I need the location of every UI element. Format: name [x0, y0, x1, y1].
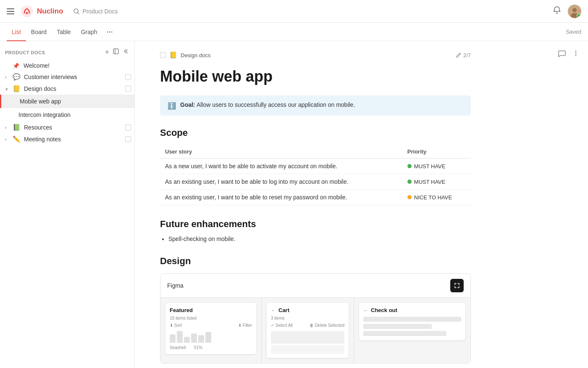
sidebar: PRODUCT DOCS + 📌 [0, 41, 135, 368]
chevron-icon: › [5, 125, 11, 130]
doc-actions [558, 50, 580, 60]
sidebar-header-actions: + [105, 48, 129, 57]
expand-sidebar-button[interactable] [113, 48, 119, 57]
item-checkbox[interactable] [125, 136, 131, 142]
figma-frame-checkout: ← Check out [354, 298, 470, 363]
avatar[interactable] [568, 5, 581, 18]
collapse-sidebar-button[interactable] [123, 48, 129, 57]
sidebar-item-customer-interviews[interactable]: › 💬 Customer interviews [0, 71, 134, 83]
content-wrapper: 📒 Design docs 2/7 Mobile web app ℹ️ [135, 41, 588, 368]
figma-header: Figma [160, 274, 470, 298]
more-options-icon[interactable] [572, 50, 580, 60]
bar-5 [198, 335, 204, 343]
bar-4 [191, 334, 197, 343]
priority-label: NICE TO HAVE [414, 194, 452, 201]
nav-right [553, 5, 581, 18]
tab-graph[interactable]: Graph [76, 23, 102, 41]
main-layout: PRODUCT DOCS + 📌 [0, 41, 588, 368]
priority-dot-green [407, 164, 412, 168]
select-all-label: ✓ Select All [271, 323, 293, 328]
search-area[interactable]: Product Docs [73, 8, 118, 15]
delete-selected-label: 🗑 Delete Selected [310, 323, 344, 328]
user-story-cell: As a new user, I want to be able to acti… [160, 159, 402, 174]
checkout-field-2 [363, 324, 432, 329]
sidebar-item-resources[interactable]: › 📗 Resources [0, 122, 134, 133]
child-label: Intercom integration [18, 111, 71, 118]
sidebar-header: PRODUCT DOCS + [0, 46, 134, 60]
figma-row-label: Seashell 51% [170, 345, 252, 350]
logo-icon [20, 5, 34, 18]
sidebar-item-design-docs[interactable]: ∨ 📒 Design docs [0, 83, 134, 95]
svg-point-5 [572, 8, 577, 12]
resources-icon: 📗 [13, 124, 21, 131]
future-title: Future enhancements [160, 219, 471, 230]
figma-embed: Figma Featured 18 items listed [160, 273, 471, 363]
chevron-icon: › [5, 137, 11, 142]
priority-dot-green [407, 180, 412, 184]
pagination: 2/7 [456, 52, 471, 58]
folder-icon: 📒 [169, 51, 177, 59]
priority-label: MUST HAVE [414, 179, 446, 185]
item-checkbox[interactable] [125, 74, 131, 80]
figma-card-checkout: ← Check out [359, 303, 465, 340]
sort-label: ⬇ Sort [170, 323, 182, 328]
hamburger-button[interactable] [7, 8, 14, 14]
figma-card-title: Featured [170, 307, 252, 313]
figma-content: Featured 18 items listed ⬇ Sort ⬇ Filter [160, 298, 470, 363]
list-item: Spell-checking on mobile. [168, 236, 471, 242]
sidebar-item-label: Customer interviews [24, 74, 123, 80]
comment-icon[interactable] [558, 50, 566, 60]
tab-table[interactable]: Table [52, 23, 76, 41]
breadcrumb-folder: Design docs [181, 52, 211, 58]
tab-list[interactable]: List [7, 23, 26, 41]
pencil-icon [456, 52, 462, 58]
sidebar-header-title: PRODUCT DOCS [5, 50, 105, 55]
bell-icon[interactable] [553, 6, 561, 16]
workspace-title: Product Docs [82, 8, 118, 15]
figma-card-cart: ← Cart 3 items ✓ Select All 🗑 Delete Sel… [267, 303, 349, 358]
tabs-bar: List Board Table Graph Saved [0, 23, 588, 41]
sidebar-item-welcome[interactable]: 📌 Welcome! [0, 60, 134, 71]
search-icon [73, 8, 80, 15]
sidebar-item-label: Meeting notes [24, 136, 123, 143]
figma-expand-button[interactable] [450, 279, 464, 292]
chevron-icon: › [5, 75, 11, 79]
svg-point-1 [26, 12, 28, 14]
saved-status: Saved [566, 29, 581, 35]
logo-text: Nuclino [37, 7, 63, 16]
svg-point-9 [111, 31, 112, 32]
info-text-body: Allow users to successfully access our a… [195, 101, 355, 108]
design-title: Design [160, 256, 471, 267]
chevron-icon: ∨ [5, 87, 11, 91]
pin-icon: 📌 [13, 63, 19, 69]
bar-1 [170, 334, 176, 343]
sidebar-child-intercom-integration[interactable]: Intercom integration [0, 108, 134, 122]
item-checkbox[interactable] [125, 86, 131, 92]
svg-point-6 [571, 13, 578, 18]
info-icon: ℹ️ [168, 102, 176, 110]
priority-badge: MUST HAVE [407, 163, 466, 169]
logo-area: Nuclino [20, 5, 63, 18]
back-arrow-icon: ← [271, 307, 276, 313]
priority-badge: MUST HAVE [407, 179, 466, 185]
cart-header: ← Cart [271, 307, 344, 313]
svg-point-8 [109, 31, 110, 32]
cart-item-row-2 [271, 345, 344, 354]
svg-point-7 [107, 31, 108, 32]
item-checkbox[interactable] [125, 124, 131, 130]
svg-point-13 [575, 53, 577, 54]
priority-cell: MUST HAVE [402, 159, 471, 174]
figma-card-title: Cart [278, 307, 289, 313]
filter-label: ⬇ Filter [238, 323, 252, 328]
figma-card-title: Check out [371, 307, 397, 313]
add-item-button[interactable]: + [105, 48, 109, 57]
tab-board[interactable]: Board [26, 23, 52, 41]
tabs-more-button[interactable] [106, 28, 113, 36]
bar-2 [177, 331, 183, 343]
sidebar-item-meeting-notes[interactable]: › ✏️ Meeting notes [0, 133, 134, 145]
figma-bar-chart [170, 330, 252, 343]
sidebar-child-mobile-web-app[interactable]: Mobile web app [0, 95, 134, 108]
scope-title: Scope [160, 127, 471, 138]
sidebar-item-label: Resources [24, 124, 123, 131]
doc-checkbox[interactable] [160, 52, 166, 58]
